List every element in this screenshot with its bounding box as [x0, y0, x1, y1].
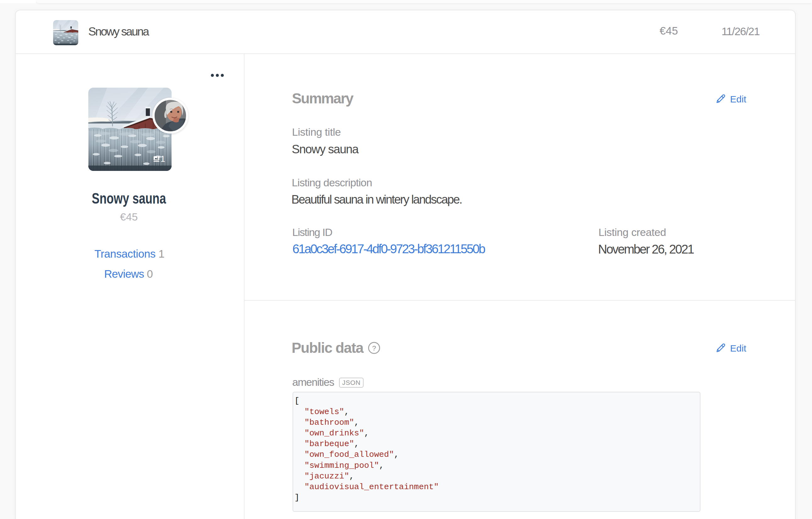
svg-text:1: 1 [160, 154, 165, 164]
svg-text:?: ? [372, 344, 376, 352]
